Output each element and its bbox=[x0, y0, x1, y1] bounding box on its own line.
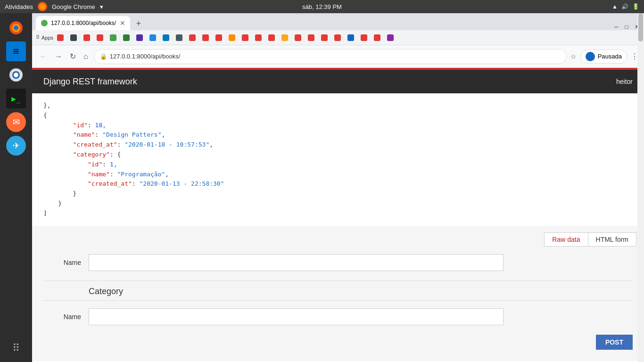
svg-point-2 bbox=[14, 25, 18, 30]
bookmark-7[interactable] bbox=[133, 33, 146, 42]
sidebar-telegram[interactable]: ✈ bbox=[6, 136, 26, 156]
bookmark-16[interactable] bbox=[252, 33, 264, 42]
profile-button[interactable]: Pausada bbox=[580, 49, 627, 64]
bookmark-20[interactable] bbox=[305, 33, 317, 42]
bookmark-6[interactable] bbox=[120, 33, 132, 42]
json-category-line: "category": { bbox=[43, 151, 121, 158]
bookmark-19[interactable] bbox=[292, 33, 304, 42]
sidebar-grid[interactable]: ⠿ bbox=[12, 342, 20, 354]
bookmark-26[interactable] bbox=[384, 33, 396, 42]
tab-bar: 127.0.0.1:8000/api/books/ ✕ + ─ □ ✕ bbox=[32, 13, 644, 30]
minimize-button[interactable]: ─ bbox=[613, 24, 619, 30]
bookmark-11[interactable] bbox=[186, 33, 198, 42]
bookmark-star-icon[interactable]: ☆ bbox=[570, 53, 577, 60]
json-cat-created-line: "created_at": "2020-01-13 - 22:58:30" bbox=[43, 180, 224, 187]
tab-close-button[interactable]: ✕ bbox=[120, 19, 125, 27]
drf-user: heitor bbox=[616, 78, 633, 85]
os-topbar: Atividades Google Chrome ▾ sáb, 12:39 PM… bbox=[0, 0, 644, 13]
bookmark-25[interactable] bbox=[371, 33, 383, 42]
bookmark-23[interactable] bbox=[345, 33, 357, 42]
bookmark-17[interactable] bbox=[265, 33, 278, 42]
json-arr-close: ] bbox=[43, 210, 47, 217]
bookmark-15[interactable] bbox=[239, 33, 251, 42]
bookmark-14[interactable] bbox=[226, 33, 238, 42]
forward-button[interactable]: → bbox=[53, 50, 64, 63]
sidebar-firefox[interactable] bbox=[6, 18, 26, 38]
topbar-left: Atividades Google Chrome ▾ bbox=[5, 2, 103, 11]
bookmark-12[interactable] bbox=[199, 33, 212, 42]
json-cat-name-line: "name": "Programação", bbox=[43, 171, 169, 178]
topbar-right: ▲ 🔊 🔋 bbox=[612, 3, 639, 10]
tab-favicon bbox=[41, 19, 48, 27]
active-tab[interactable]: 127.0.0.1:8000/api/books/ ✕ bbox=[36, 16, 130, 30]
json-obj-close: } bbox=[43, 200, 62, 207]
bookmark-10[interactable] bbox=[173, 33, 185, 42]
scrollbar-track bbox=[637, 13, 644, 362]
json-name-line: "name": "Design Patters", bbox=[43, 131, 165, 138]
main-content: }, { "id": 18, "name": "Design Patters",… bbox=[32, 93, 644, 362]
profile-name: Pausada bbox=[598, 53, 622, 60]
home-button[interactable]: ⌂ bbox=[82, 50, 90, 63]
browser-window: 127.0.0.1:8000/api/books/ ✕ + ─ □ ✕ ⠿ Ap… bbox=[32, 13, 644, 362]
bookmark-13[interactable] bbox=[213, 33, 225, 42]
svg-point-5 bbox=[14, 73, 18, 77]
sidebar-postman[interactable]: ✉ bbox=[6, 112, 26, 132]
url-bar[interactable]: 🔒 127.0.0.1:8000/api/books/ bbox=[94, 49, 567, 64]
name-field-group: Name bbox=[43, 254, 633, 271]
firefox-icon bbox=[38, 2, 47, 11]
url-text: 127.0.0.1:8000/api/books/ bbox=[110, 53, 561, 60]
json-line2: { bbox=[43, 112, 47, 119]
activities-label[interactable]: Atividades bbox=[5, 3, 33, 10]
form-tabs: Raw data HTML form bbox=[32, 227, 644, 247]
bookmark-21[interactable] bbox=[318, 33, 330, 42]
bookmark-8[interactable] bbox=[147, 33, 159, 42]
bookmark-4[interactable] bbox=[94, 33, 106, 42]
bookmark-5[interactable] bbox=[107, 33, 119, 42]
address-bar: ← → ↻ ⌂ 🔒 127.0.0.1:8000/api/books/ ☆ Pa… bbox=[32, 45, 644, 68]
reload-button[interactable]: ↻ bbox=[68, 50, 78, 63]
form-actions: POST bbox=[43, 331, 633, 354]
back-button[interactable]: ← bbox=[38, 50, 49, 63]
scrollbar-thumb[interactable] bbox=[638, 13, 643, 41]
name-label: Name bbox=[43, 259, 81, 266]
bookmark-3[interactable] bbox=[81, 33, 93, 42]
sidebar-terminal[interactable]: ▶_ bbox=[6, 89, 26, 108]
category-name-input[interactable] bbox=[89, 308, 504, 325]
bookmark-24[interactable] bbox=[358, 33, 370, 42]
html-form-tab[interactable]: HTML form bbox=[588, 232, 636, 247]
json-cat-id-line: "id": 1, bbox=[43, 161, 117, 168]
drf-header: Django REST framework heitor bbox=[32, 70, 644, 93]
sidebar-chrome[interactable] bbox=[6, 65, 26, 85]
tab-title: 127.0.0.1:8000/api/books/ bbox=[51, 20, 117, 26]
html-form: Name Category Name POST bbox=[32, 247, 644, 361]
dropdown-arrow[interactable]: ▾ bbox=[100, 3, 103, 10]
bookmarks-bar: ⠿ Apps bbox=[32, 30, 644, 45]
maximize-button[interactable]: □ bbox=[623, 24, 630, 30]
sidebar-vscode[interactable]: ≡ bbox=[6, 41, 26, 61]
category-name-label: Name bbox=[43, 313, 81, 321]
topbar-clock: sáb, 12:39 PM bbox=[302, 3, 342, 10]
profile-avatar bbox=[586, 52, 595, 61]
json-response: }, { "id": 18, "name": "Design Patters",… bbox=[32, 93, 644, 227]
category-label: Category bbox=[89, 281, 123, 302]
lock-icon: 🔒 bbox=[100, 53, 107, 60]
json-created-line: "created_at": "2020-01-18 - 10:57:53", bbox=[43, 141, 213, 148]
apps-bookmark[interactable]: ⠿ Apps bbox=[36, 34, 53, 41]
bookmark-1[interactable] bbox=[54, 33, 66, 42]
wifi-icon: ▲ bbox=[612, 3, 618, 10]
drf-title: Django REST framework bbox=[43, 77, 137, 87]
post-button[interactable]: POST bbox=[596, 335, 633, 350]
form-section: Raw data HTML form Name Category bbox=[32, 227, 644, 361]
raw-data-tab[interactable]: Raw data bbox=[544, 232, 587, 247]
json-id-line: "id": 18, bbox=[43, 122, 106, 129]
svg-point-6 bbox=[41, 20, 48, 26]
bookmark-22[interactable] bbox=[331, 33, 344, 42]
sidebar: ≡ ▶_ ✉ ✈ ⠿ bbox=[0, 13, 32, 362]
category-divider-bottom bbox=[43, 300, 633, 301]
bookmark-18[interactable] bbox=[279, 33, 291, 42]
bookmark-2[interactable] bbox=[67, 33, 80, 42]
new-tab-button[interactable]: + bbox=[132, 17, 145, 30]
category-divider bbox=[43, 280, 633, 281]
name-input[interactable] bbox=[89, 254, 504, 271]
bookmark-9[interactable] bbox=[160, 33, 172, 42]
